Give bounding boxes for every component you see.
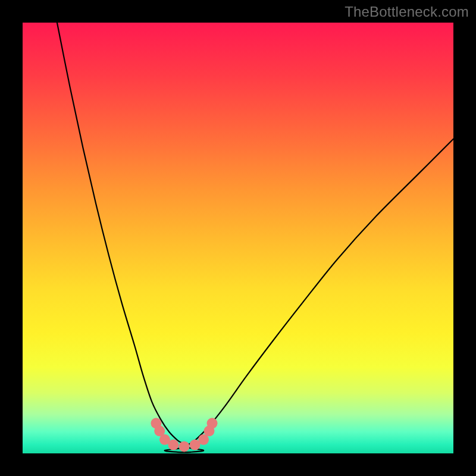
chart-frame: TheBottleneck.com (0, 0, 476, 476)
chart-svg (0, 0, 476, 476)
marker-group (151, 418, 217, 452)
curve-group (57, 23, 453, 452)
bottleneck-curve (57, 23, 453, 452)
highlight-marker (168, 440, 178, 450)
watermark-text: TheBottleneck.com (345, 4, 469, 20)
highlight-marker (207, 418, 218, 428)
highlight-marker (179, 441, 190, 452)
